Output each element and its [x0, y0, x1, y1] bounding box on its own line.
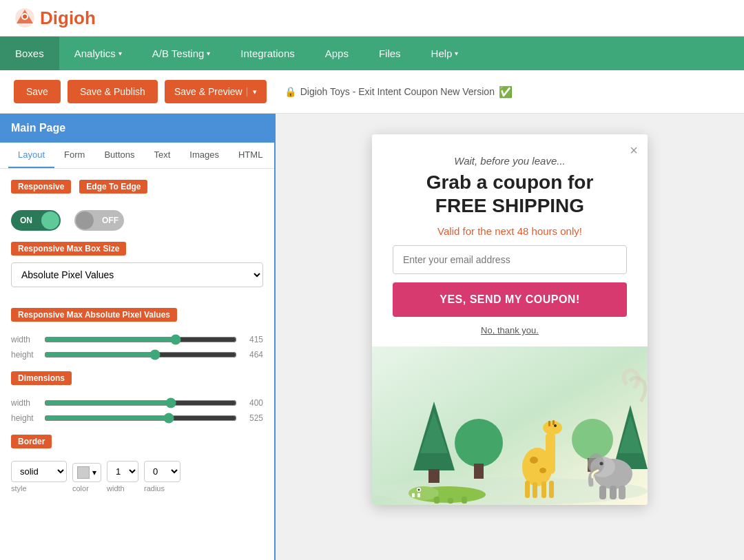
- tab-bar: Layout Form Buttons Text Images HTML: [0, 143, 274, 169]
- responsive-max-absolute-section: Responsive Max Absolute Pixel Values wid…: [11, 308, 263, 360]
- popup-content: Wait, before you leave... Grab a coupon …: [372, 134, 648, 335]
- svg-rect-41: [448, 498, 453, 504]
- width-value: 415: [242, 335, 263, 344]
- nav-item-integrations[interactable]: Integrations: [225, 37, 309, 70]
- svg-rect-32: [610, 486, 617, 499]
- border-color-picker[interactable]: ▾: [72, 463, 101, 482]
- nav-item-apps[interactable]: Apps: [310, 37, 364, 70]
- toggle-off-knob: [76, 211, 94, 229]
- height-slider[interactable]: [44, 349, 237, 360]
- width-label: width: [11, 335, 39, 344]
- border-width-select[interactable]: 12345: [107, 461, 138, 482]
- dimensions-section: Dimensions width 400 height 525: [11, 371, 263, 424]
- logo-icon: [14, 7, 36, 29]
- nav-item-help[interactable]: Help ▾: [416, 37, 474, 70]
- lock-icon: 🔒: [285, 86, 296, 97]
- edge-to-edge-badge: Edge To Edge: [79, 180, 147, 194]
- border-radius-label: radius: [144, 484, 180, 492]
- height-value: 464: [242, 350, 263, 360]
- tab-layout[interactable]: Layout: [8, 143, 54, 168]
- save-button[interactable]: Save: [14, 80, 61, 103]
- dim-width-slider-row: width 400: [11, 397, 263, 408]
- popup-email-input[interactable]: [393, 245, 627, 274]
- nav-item-boxes[interactable]: Boxes: [0, 37, 59, 70]
- border-color-label: color: [72, 484, 101, 492]
- svg-point-19: [539, 468, 546, 473]
- height-label: height: [11, 350, 39, 360]
- save-preview-caret-icon: ▾: [247, 87, 257, 96]
- logo: Digioh: [14, 7, 96, 29]
- tab-images[interactable]: Images: [180, 143, 229, 168]
- svg-rect-38: [412, 493, 415, 497]
- analytics-chevron-icon: ▾: [118, 50, 122, 57]
- color-swatch: [77, 466, 90, 479]
- border-style-select[interactable]: solid dashed dotted none: [11, 461, 67, 482]
- dim-height-label: height: [11, 413, 39, 423]
- nav-item-analytics[interactable]: Analytics ▾: [59, 37, 137, 70]
- width-slider-row: width 415: [11, 334, 263, 345]
- border-radius-select[interactable]: 0246810: [144, 461, 180, 482]
- panel-content: Responsive Edge To Edge ON OFF: [0, 169, 274, 504]
- svg-rect-42: [462, 497, 467, 504]
- nav-item-files[interactable]: Files: [364, 37, 416, 70]
- border-style-label: style: [11, 484, 67, 492]
- responsive-max-badge: Responsive Max Box Size: [11, 242, 126, 256]
- svg-rect-20: [525, 481, 530, 498]
- edge-toggle-off[interactable]: OFF: [74, 210, 124, 231]
- nav-item-ab-testing[interactable]: A/B Testing ▾: [137, 37, 226, 70]
- save-publish-button[interactable]: Save & Publish: [68, 80, 158, 103]
- tab-buttons[interactable]: Buttons: [94, 143, 144, 168]
- panel-header: Main Page: [0, 114, 274, 143]
- popup-close-button[interactable]: ×: [630, 143, 638, 158]
- responsive-max-select[interactable]: Absolute Pixel Values Percentage Viewpor…: [11, 262, 263, 287]
- svg-point-18: [530, 457, 538, 464]
- svg-rect-16: [546, 433, 555, 474]
- popup-cta-button[interactable]: YES, SEND MY COUPON!: [393, 282, 627, 317]
- height-slider-row: height 464: [11, 349, 263, 360]
- popup-decline-link[interactable]: No, thank you.: [393, 325, 627, 335]
- color-dropdown-icon: ▾: [92, 468, 96, 477]
- popup-box: × Wait, before you leave... Grab a coupo…: [372, 134, 648, 505]
- svg-rect-33: [619, 486, 626, 499]
- toolbar: Save Save & Publish Save & Preview ▾ 🔒 D…: [0, 70, 744, 114]
- tab-form[interactable]: Form: [54, 143, 94, 168]
- ab-testing-chevron-icon: ▾: [207, 50, 210, 57]
- svg-rect-22: [541, 481, 546, 498]
- logo-bar: Digioh: [0, 0, 744, 37]
- toggle-on-label: ON: [13, 216, 32, 225]
- svg-rect-31: [599, 486, 606, 499]
- dim-height-slider-row: height 525: [11, 413, 263, 424]
- dim-width-slider[interactable]: [44, 397, 237, 408]
- popup-title: Grab a coupon for FREE SHIPPING: [393, 171, 627, 217]
- save-preview-button[interactable]: Save & Preview ▾: [165, 80, 267, 103]
- svg-rect-10: [474, 464, 484, 479]
- dim-width-label: width: [11, 398, 39, 408]
- border-radius-field: 0246810 radius: [144, 461, 180, 492]
- main-layout: Main Page Layout Form Buttons Text Image…: [0, 114, 744, 560]
- svg-point-3: [23, 14, 27, 19]
- tab-text[interactable]: Text: [144, 143, 180, 168]
- svg-rect-39: [417, 493, 420, 497]
- logo-text: Digioh: [40, 8, 96, 29]
- responsive-toggle-on[interactable]: ON: [11, 210, 61, 231]
- responsive-max-absolute-badge: Responsive Max Absolute Pixel Values: [11, 308, 177, 322]
- right-panel: × Wait, before you leave... Grab a coupo…: [276, 114, 744, 560]
- dimensions-badge: Dimensions: [11, 371, 72, 385]
- popup-valid-text: Valid for the next 48 hours only!: [393, 225, 627, 237]
- border-color-field: ▾ color: [72, 463, 101, 492]
- svg-point-30: [600, 462, 603, 466]
- svg-point-37: [418, 489, 420, 491]
- svg-point-11: [572, 419, 613, 460]
- toy-scene-svg: [372, 346, 648, 505]
- dim-height-slider[interactable]: [44, 413, 237, 424]
- tab-html[interactable]: HTML: [229, 143, 272, 168]
- check-circle-icon: ✅: [499, 85, 513, 98]
- width-slider[interactable]: [44, 334, 237, 345]
- dim-height-value: 525: [242, 413, 263, 423]
- border-width-label: width: [107, 484, 138, 492]
- toggle-section: Responsive Edge To Edge: [11, 180, 263, 200]
- left-panel: Main Page Layout Form Buttons Text Image…: [0, 114, 276, 560]
- responsive-max-section: Responsive Max Box Size Absolute Pixel V…: [11, 242, 263, 298]
- toggle-off-label: OFF: [102, 216, 118, 225]
- dim-width-value: 400: [242, 398, 263, 408]
